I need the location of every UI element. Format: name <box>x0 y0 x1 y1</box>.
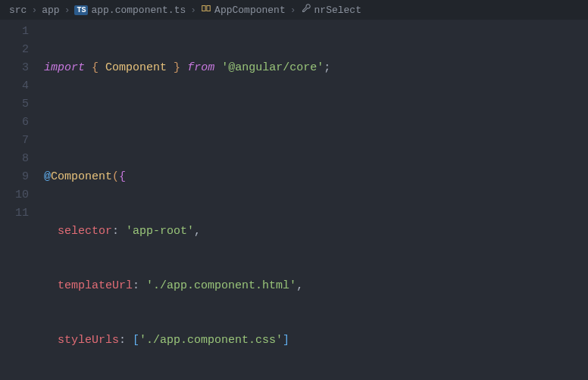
chevron-right-icon: › <box>290 5 296 16</box>
line-number[interactable]: 1 <box>9 23 29 41</box>
line-number-gutter: 1 2 3 4 5 6 7 8 9 10 11 <box>0 20 42 380</box>
line-number[interactable]: 3 <box>9 59 29 77</box>
crumb-label: AppComponent <box>214 5 286 16</box>
chevron-right-icon: › <box>31 5 37 16</box>
line-number[interactable]: 7 <box>9 132 29 150</box>
svg-rect-1 <box>207 6 210 11</box>
wrench-icon <box>301 3 311 17</box>
line-number[interactable]: 8 <box>9 150 29 168</box>
line-number[interactable]: 6 <box>9 114 29 132</box>
line-number[interactable]: 4 <box>9 77 29 95</box>
line-number[interactable]: 2 <box>9 41 29 59</box>
code-content[interactable]: import { Component } from '@angular/core… <box>42 20 588 380</box>
crumb-label: app.component.ts <box>91 5 186 16</box>
crumb-member[interactable]: nrSelect <box>301 3 361 17</box>
crumb-label: app <box>42 5 59 16</box>
chevron-right-icon: › <box>190 5 196 16</box>
code-line-1: import { Component } from '@angular/core… <box>42 59 588 77</box>
code-line-2 <box>42 114 588 132</box>
crumb-app[interactable]: app <box>42 5 59 16</box>
crumb-label: nrSelect <box>314 5 361 16</box>
code-line-5: templateUrl: './app.component.html', <box>42 277 588 295</box>
line-number[interactable]: 5 <box>9 95 29 114</box>
code-line-6: styleUrls: ['./app.component.css'] <box>42 332 588 350</box>
crumb-src[interactable]: src <box>9 5 27 16</box>
crumb-label: src <box>9 5 27 16</box>
line-number[interactable]: 9 <box>9 168 29 186</box>
svg-rect-0 <box>202 6 205 11</box>
typescript-icon: TS <box>74 5 88 15</box>
class-icon <box>201 3 211 17</box>
crumb-class[interactable]: AppComponent <box>201 3 286 17</box>
chevron-right-icon: › <box>64 5 70 16</box>
breadcrumb: src › app › TS app.component.ts › AppCom… <box>0 0 588 20</box>
line-number[interactable]: 10 <box>9 186 29 204</box>
code-line-4: selector: 'app-root', <box>42 223 588 241</box>
code-line-3: @Component({ <box>42 168 588 186</box>
code-editor[interactable]: 1 2 3 4 5 6 7 8 9 10 11 import { Compone… <box>0 20 588 380</box>
crumb-file[interactable]: TS app.component.ts <box>74 5 186 16</box>
line-number[interactable]: 11 <box>9 204 29 223</box>
